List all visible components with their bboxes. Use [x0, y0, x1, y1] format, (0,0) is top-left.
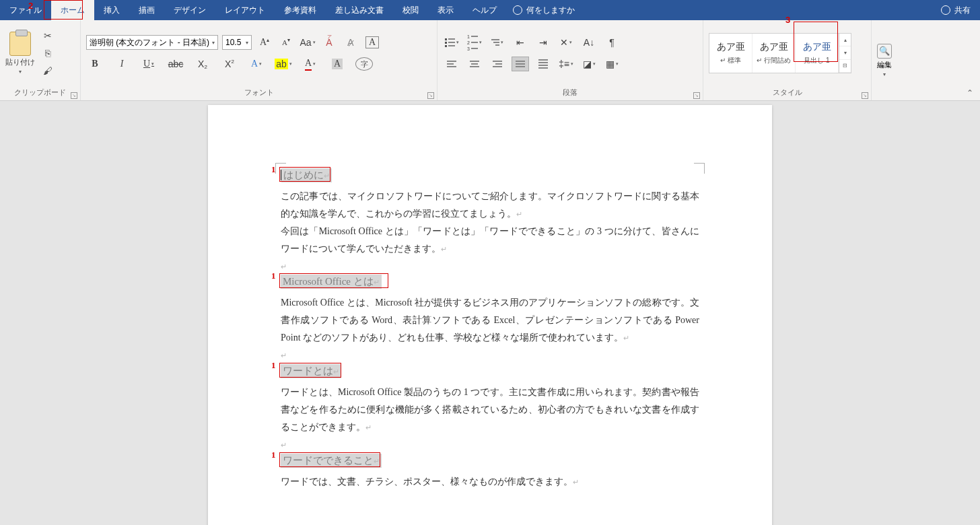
dialog-launcher-icon[interactable]: ↘	[427, 92, 434, 99]
align-right-button[interactable]	[489, 57, 506, 71]
body-paragraph[interactable]: 今回は「Microsoft Office とは」「ワードとは」「ワードでできるこ…	[281, 223, 699, 258]
body-paragraph[interactable]: この記事では、マイクロソフトワードについてご紹介します。マイクロソフトワードに関…	[281, 188, 699, 223]
strikethrough-button[interactable]: abc	[167, 57, 184, 71]
editing-button[interactable]: 🔍 編集 ▾	[877, 44, 892, 77]
tab-help[interactable]: ヘルプ	[463, 0, 506, 20]
font-color-button[interactable]: A▾	[302, 57, 319, 71]
page: 1 はじめに↵ この記事では、マイクロソフトワードについてご紹介します。マイクロ…	[208, 105, 772, 525]
paste-label: 貼り付け	[5, 57, 35, 67]
empty-paragraph[interactable]: ↵	[281, 258, 699, 275]
tab-mailings[interactable]: 差し込み文書	[326, 0, 393, 20]
annotation-1: 1	[271, 450, 276, 460]
character-border-button[interactable]: A	[363, 35, 381, 50]
multilevel-list-button[interactable]: ▾	[489, 35, 506, 50]
empty-paragraph[interactable]: ↵	[281, 436, 699, 454]
align-left-button[interactable]	[443, 57, 460, 71]
char-shading-button[interactable]: A	[328, 57, 346, 71]
tell-me-search[interactable]: 何をしますか	[513, 5, 575, 16]
body-paragraph[interactable]: ワードでは、文書、チラシ、ポスター、様々なものが作成できます。↵	[281, 473, 699, 491]
superscript-button[interactable]: X2	[221, 57, 238, 71]
tab-draw[interactable]: 描画	[129, 0, 164, 20]
tab-design[interactable]: デザイン	[164, 0, 215, 20]
group-label-paragraph: 段落 ↘	[438, 86, 703, 100]
group-label-font: フォント ↘	[81, 86, 437, 100]
dialog-launcher-icon[interactable]: ↘	[693, 92, 700, 99]
shading-button[interactable]: ◪▾	[580, 57, 598, 71]
bold-button[interactable]: B	[86, 57, 104, 71]
annotation-box-heading	[279, 273, 388, 288]
font-size-combo[interactable]: 10.5▾	[222, 35, 252, 50]
shrink-font-button[interactable]: A▾	[277, 35, 295, 50]
chevron-down-icon: ▾	[212, 40, 215, 46]
bulb-icon	[513, 5, 522, 15]
bullet-list-button[interactable]: ▾	[443, 35, 460, 50]
body-paragraph[interactable]: Microsoft Office とは、Microsoft 社が提供するビジネス…	[281, 294, 699, 347]
align-distribute-button[interactable]	[534, 57, 552, 71]
style-normal[interactable]: あア亜 ↵ 標準	[709, 34, 753, 73]
subscript-button[interactable]: X2	[194, 57, 211, 71]
show-marks-button[interactable]: ¶	[603, 35, 621, 50]
phonetic-guide-button[interactable]: アA	[320, 35, 338, 50]
search-icon: 🔍	[877, 44, 892, 59]
increase-indent-button[interactable]: ⇥	[534, 35, 552, 50]
align-center-button[interactable]	[466, 57, 483, 71]
font-name-value: 游明朝 (本文のフォント - 日本語)	[90, 37, 209, 48]
number-list-button[interactable]: 123▾	[466, 35, 483, 50]
underline-button[interactable]: U▾	[140, 57, 158, 71]
tab-insert[interactable]: 挿入	[94, 0, 129, 20]
style-gallery-more[interactable]: ▴▾⊟	[839, 34, 851, 73]
line-spacing-button[interactable]: ‡≡▾	[557, 57, 575, 71]
body-paragraph[interactable]: ワードとは、Microsoft Office 製品のうちの 1 つです。主に文書…	[281, 384, 699, 436]
annotation-2: 2	[28, 1, 33, 11]
collapse-ribbon-button[interactable]: ⌃	[967, 88, 973, 98]
share-icon	[941, 5, 950, 15]
document-area[interactable]: 1 はじめに↵ この記事では、マイクロソフトワードについてご紹介します。マイクロ…	[0, 101, 980, 525]
paste-icon	[9, 32, 31, 56]
format-painter-icon[interactable]: 🖌	[42, 65, 54, 77]
title-bar: ファイル 2 ホーム 挿入 描画 デザイン レイアウト 参考資料 差し込み文書 …	[0, 0, 980, 20]
tab-label: 差し込み文書	[335, 5, 384, 16]
annotation-1: 1	[271, 164, 276, 175]
asian-layout-button[interactable]: ✕▾	[557, 35, 575, 50]
grow-font-button[interactable]: A▴	[256, 35, 273, 50]
italic-button[interactable]: I	[113, 57, 131, 71]
share-label: 共有	[954, 5, 971, 16]
tab-label: デザイン	[174, 5, 206, 16]
borders-button[interactable]: ▦▾	[603, 57, 621, 71]
tab-label: 表示	[438, 5, 454, 16]
share-button[interactable]: 共有	[941, 5, 971, 16]
tab-references[interactable]: 参考資料	[275, 0, 326, 20]
annotation-box-heading	[279, 167, 330, 182]
tab-file-label: ファイル	[9, 5, 42, 16]
decrease-indent-button[interactable]: ⇤	[512, 35, 529, 50]
tell-me-label: 何をしますか	[526, 5, 575, 16]
change-case-button[interactable]: Aa▾	[299, 35, 316, 50]
tab-review[interactable]: 校閲	[393, 0, 428, 20]
style-name: ↵ 標準	[720, 56, 741, 65]
annotation-box-heading	[279, 363, 341, 378]
chevron-down-icon: ▾	[883, 71, 886, 77]
group-clipboard: 貼り付け ▾ ✂ ⎘ 🖌 クリップボード ↘	[0, 20, 81, 100]
empty-paragraph[interactable]: ↵	[281, 347, 699, 364]
sort-button[interactable]: A↓	[580, 35, 598, 50]
text-effects-button[interactable]: A▾	[248, 57, 265, 71]
tab-view[interactable]: 表示	[428, 0, 463, 20]
style-sample: あア亜	[760, 41, 788, 53]
paste-button[interactable]: 貼り付け ▾	[5, 32, 35, 75]
dialog-launcher-icon[interactable]: ↘	[862, 92, 868, 99]
font-name-combo[interactable]: 游明朝 (本文のフォント - 日本語)▾	[86, 35, 218, 50]
enclose-char-button[interactable]: 字	[355, 57, 373, 71]
annotation-1: 1	[271, 271, 276, 281]
align-justify-button[interactable]	[512, 57, 529, 71]
font-size-value: 10.5	[225, 38, 241, 47]
tab-label: 挿入	[104, 5, 120, 16]
annotation-box-home	[44, 0, 83, 20]
highlight-button[interactable]: ab▾	[275, 57, 292, 71]
dialog-launcher-icon[interactable]: ↘	[71, 92, 77, 99]
chevron-down-icon: ▾	[246, 40, 248, 46]
clear-formatting-button[interactable]: A̷	[342, 35, 359, 50]
copy-icon[interactable]: ⎘	[42, 47, 54, 59]
tab-layout[interactable]: レイアウト	[215, 0, 275, 20]
cut-icon[interactable]: ✂	[42, 30, 54, 42]
style-nospacing[interactable]: あア亜 ↵ 行間詰め	[753, 34, 796, 73]
